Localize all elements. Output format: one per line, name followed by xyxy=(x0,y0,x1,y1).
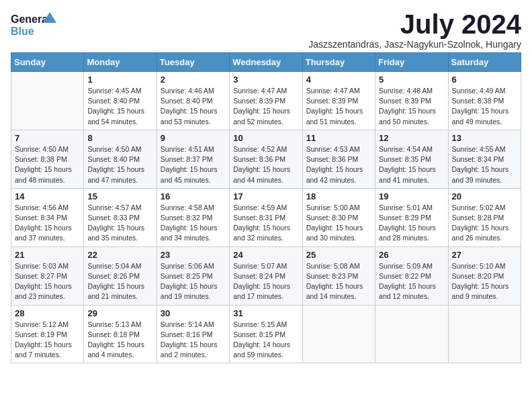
week-row-5: 28Sunrise: 5:12 AMSunset: 8:19 PMDayligh… xyxy=(11,305,521,363)
sunset-text: Sunset: 8:30 PM xyxy=(306,213,371,223)
day-number: 21 xyxy=(15,250,80,260)
sunset-text: Sunset: 8:33 PM xyxy=(87,213,152,223)
sunrise-text: Sunrise: 4:48 AM xyxy=(379,86,444,96)
day-cell: 12Sunrise: 4:54 AMSunset: 8:35 PMDayligh… xyxy=(375,130,448,188)
day-number: 17 xyxy=(233,191,298,201)
sunset-text: Sunset: 8:37 PM xyxy=(161,154,226,165)
day-number: 2 xyxy=(161,75,226,85)
day-cell: 28Sunrise: 5:12 AMSunset: 8:19 PMDayligh… xyxy=(11,305,84,363)
daylight-text: Daylight: 15 hours and 50 minutes. xyxy=(379,106,444,126)
sunset-text: Sunset: 8:18 PM xyxy=(87,330,152,340)
day-number: 31 xyxy=(233,308,298,318)
sunrise-text: Sunrise: 4:59 AM xyxy=(233,203,298,213)
day-info: Sunrise: 4:48 AMSunset: 8:39 PMDaylight:… xyxy=(379,86,444,127)
header-row: SundayMondayTuesdayWednesdayThursdayFrid… xyxy=(11,53,521,72)
day-cell xyxy=(448,305,521,363)
daylight-text: Daylight: 15 hours and 49 minutes. xyxy=(452,106,517,126)
day-number: 29 xyxy=(87,308,152,318)
day-cell: 6Sunrise: 4:49 AMSunset: 8:38 PMDaylight… xyxy=(448,72,521,130)
sunset-text: Sunset: 8:15 PM xyxy=(233,330,298,340)
sunrise-text: Sunrise: 4:51 AM xyxy=(161,144,226,154)
sunrise-text: Sunrise: 4:58 AM xyxy=(161,203,226,213)
day-cell: 26Sunrise: 5:09 AMSunset: 8:22 PMDayligh… xyxy=(375,246,448,305)
sunset-text: Sunset: 8:36 PM xyxy=(233,154,298,165)
sunset-text: Sunset: 8:39 PM xyxy=(306,96,371,106)
day-number: 22 xyxy=(87,250,152,260)
week-row-4: 21Sunrise: 5:03 AMSunset: 8:27 PMDayligh… xyxy=(11,246,521,305)
daylight-text: Daylight: 15 hours and 44 minutes. xyxy=(233,165,298,185)
day-info: Sunrise: 4:45 AMSunset: 8:40 PMDaylight:… xyxy=(87,86,152,127)
sunset-text: Sunset: 8:34 PM xyxy=(15,213,80,223)
sunrise-text: Sunrise: 5:15 AM xyxy=(233,320,298,330)
sunset-text: Sunset: 8:39 PM xyxy=(233,96,298,106)
day-info: Sunrise: 4:59 AMSunset: 8:31 PMDaylight:… xyxy=(233,203,298,244)
week-row-3: 14Sunrise: 4:56 AMSunset: 8:34 PMDayligh… xyxy=(11,188,521,246)
sunset-text: Sunset: 8:27 PM xyxy=(15,271,80,281)
col-header-thursday: Thursday xyxy=(302,53,375,72)
day-info: Sunrise: 5:01 AMSunset: 8:29 PMDaylight:… xyxy=(379,203,444,244)
day-cell: 5Sunrise: 4:48 AMSunset: 8:39 PMDaylight… xyxy=(375,72,448,130)
day-info: Sunrise: 5:07 AMSunset: 8:24 PMDaylight:… xyxy=(233,261,298,302)
sunset-text: Sunset: 8:36 PM xyxy=(306,154,371,165)
sunrise-text: Sunrise: 5:00 AM xyxy=(306,203,371,213)
sunset-text: Sunset: 8:16 PM xyxy=(161,330,226,340)
month-title: July 2024 xyxy=(308,11,521,38)
day-number: 18 xyxy=(306,191,371,201)
day-info: Sunrise: 4:50 AMSunset: 8:38 PMDaylight:… xyxy=(15,144,80,185)
daylight-text: Daylight: 15 hours and 51 minutes. xyxy=(306,106,371,126)
title-block: July 2024 Jaszszentandras, Jasz-Nagykun-… xyxy=(308,11,521,50)
sunset-text: Sunset: 8:25 PM xyxy=(161,271,226,281)
day-cell: 22Sunrise: 5:04 AMSunset: 8:26 PMDayligh… xyxy=(84,246,157,305)
daylight-text: Daylight: 15 hours and 47 minutes. xyxy=(87,165,152,185)
day-cell: 15Sunrise: 4:57 AMSunset: 8:33 PMDayligh… xyxy=(84,188,157,246)
daylight-text: Daylight: 15 hours and 19 minutes. xyxy=(161,281,226,302)
day-info: Sunrise: 5:02 AMSunset: 8:28 PMDaylight:… xyxy=(452,203,517,244)
location-title: Jaszszentandras, Jasz-Nagykun-Szolnok, H… xyxy=(308,39,521,50)
sunrise-text: Sunrise: 4:55 AM xyxy=(452,144,517,154)
sunrise-text: Sunrise: 5:14 AM xyxy=(161,320,226,330)
week-row-1: 1Sunrise: 4:45 AMSunset: 8:40 PMDaylight… xyxy=(11,72,521,130)
day-cell: 9Sunrise: 4:51 AMSunset: 8:37 PMDaylight… xyxy=(157,130,229,188)
sunset-text: Sunset: 8:40 PM xyxy=(161,96,226,106)
day-cell: 10Sunrise: 4:52 AMSunset: 8:36 PMDayligh… xyxy=(230,130,302,188)
day-info: Sunrise: 4:47 AMSunset: 8:39 PMDaylight:… xyxy=(306,86,371,127)
col-header-friday: Friday xyxy=(375,53,448,72)
day-number: 16 xyxy=(161,191,226,201)
day-number: 25 xyxy=(306,250,371,260)
day-cell: 7Sunrise: 4:50 AMSunset: 8:38 PMDaylight… xyxy=(11,130,84,188)
day-info: Sunrise: 4:52 AMSunset: 8:36 PMDaylight:… xyxy=(233,144,298,185)
day-cell xyxy=(11,72,84,130)
day-info: Sunrise: 5:06 AMSunset: 8:25 PMDaylight:… xyxy=(161,261,226,302)
daylight-text: Daylight: 15 hours and 21 minutes. xyxy=(87,281,152,302)
sunrise-text: Sunrise: 4:57 AM xyxy=(87,203,152,213)
daylight-text: Daylight: 14 hours and 59 minutes. xyxy=(233,340,298,360)
sunrise-text: Sunrise: 4:47 AM xyxy=(233,86,298,96)
day-cell: 11Sunrise: 4:53 AMSunset: 8:36 PMDayligh… xyxy=(302,130,375,188)
day-number: 12 xyxy=(379,133,444,143)
sunset-text: Sunset: 8:38 PM xyxy=(15,154,80,165)
day-cell: 21Sunrise: 5:03 AMSunset: 8:27 PMDayligh… xyxy=(11,246,84,305)
daylight-text: Daylight: 15 hours and 4 minutes. xyxy=(87,340,152,360)
day-info: Sunrise: 4:46 AMSunset: 8:40 PMDaylight:… xyxy=(161,86,226,127)
daylight-text: Daylight: 15 hours and 34 minutes. xyxy=(161,223,226,243)
sunrise-text: Sunrise: 5:07 AM xyxy=(233,261,298,271)
day-number: 4 xyxy=(306,75,371,85)
daylight-text: Daylight: 15 hours and 26 minutes. xyxy=(452,223,517,243)
sunset-text: Sunset: 8:19 PM xyxy=(15,330,80,340)
day-info: Sunrise: 4:49 AMSunset: 8:38 PMDaylight:… xyxy=(452,86,517,127)
day-number: 9 xyxy=(161,133,226,143)
sunset-text: Sunset: 8:29 PM xyxy=(379,213,444,223)
daylight-text: Daylight: 15 hours and 48 minutes. xyxy=(15,165,80,185)
svg-text:General: General xyxy=(11,13,51,25)
sunset-text: Sunset: 8:31 PM xyxy=(233,213,298,223)
day-info: Sunrise: 4:53 AMSunset: 8:36 PMDaylight:… xyxy=(306,144,371,185)
col-header-wednesday: Wednesday xyxy=(230,53,302,72)
daylight-text: Daylight: 15 hours and 7 minutes. xyxy=(15,340,80,360)
calendar-table: SundayMondayTuesdayWednesdayThursdayFrid… xyxy=(11,52,521,363)
sunset-text: Sunset: 8:26 PM xyxy=(87,271,152,281)
sunrise-text: Sunrise: 5:04 AM xyxy=(87,261,152,271)
sunrise-text: Sunrise: 4:46 AM xyxy=(161,86,226,96)
sunrise-text: Sunrise: 4:47 AM xyxy=(306,86,371,96)
logo: GeneralBlue xyxy=(11,11,58,39)
sunrise-text: Sunrise: 4:49 AM xyxy=(452,86,517,96)
